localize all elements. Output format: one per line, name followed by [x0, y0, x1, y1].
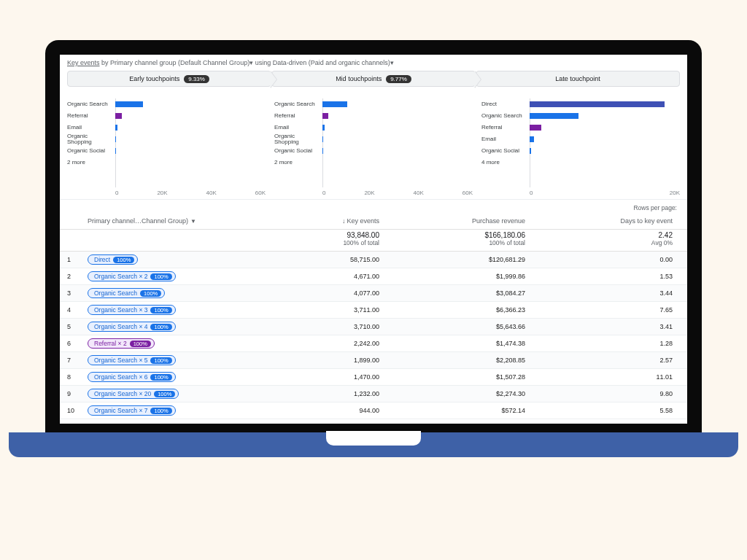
chip-label: Organic Search × 5: [94, 357, 147, 364]
chart-bar-row: Organic Search: [67, 98, 266, 110]
attribution-table: Primary channel…Channel Group)▼ ↓ Key ev…: [60, 213, 687, 419]
axis-tick: 0: [530, 190, 533, 196]
chart-bar-label: Organic Social: [274, 148, 320, 154]
touchpoint-tab[interactable]: Late touchpoint: [476, 71, 680, 87]
row-revenue: $120,681.29: [379, 256, 525, 263]
row-channel: Organic Search100%: [88, 288, 263, 298]
laptop-bezel: Key events by Primary channel group (Def…: [45, 40, 702, 432]
chart-bar-label: Organic Search: [274, 101, 320, 107]
header-rest: by Primary channel group (Default Channe…: [100, 59, 394, 66]
chart-more[interactable]: 4 more: [481, 160, 527, 166]
header-keyevents[interactable]: Key events: [67, 59, 100, 66]
col-key-events[interactable]: ↓ Key events: [263, 217, 379, 225]
bar-chart: Organic SearchReferralEmailOrganic Shopp…: [64, 98, 268, 199]
chart-bar: [322, 113, 328, 119]
channel-chip[interactable]: Organic Search × 20100%: [88, 389, 179, 399]
chart-bar-row: Email: [481, 133, 680, 145]
row-days: 11.01: [525, 373, 680, 381]
chart-bar: [322, 101, 347, 107]
chip-badge: 100%: [150, 273, 171, 280]
table-row[interactable]: 8Organic Search × 6100%1,470.00$1,507.28…: [60, 369, 687, 386]
tab-percent-badge: 9.77%: [386, 75, 411, 83]
axis-tick: 20K: [364, 190, 374, 196]
row-key-events: 2,242.00: [263, 340, 379, 347]
chart-bar: [322, 136, 323, 142]
chart-bar-label: Referral: [67, 113, 112, 119]
chart-bar-label: Organic Shopping: [67, 133, 112, 145]
chart-more[interactable]: 2 more: [274, 160, 320, 166]
touchpoint-tab[interactable]: Mid touchpoints9.77%: [271, 71, 476, 87]
chart-bar-label: Organic Search: [481, 113, 527, 119]
arrow-down-icon: ↓: [342, 217, 346, 225]
table-row[interactable]: 2Organic Search × 2100%4,671.00$1,999.86…: [60, 268, 687, 285]
chip-badge: 100%: [140, 290, 161, 297]
col-purchase-revenue[interactable]: Purchase revenue: [379, 217, 525, 225]
summary-days: 2.42: [525, 231, 673, 239]
row-revenue: $2,208.85: [379, 357, 525, 364]
chart-bar-label: Email: [274, 125, 320, 131]
table-body: 1Direct100%58,715.00$120,681.290.002Orga…: [60, 252, 687, 419]
chart-bar: [322, 125, 325, 131]
channel-chip[interactable]: Organic Search × 5100%: [88, 355, 176, 365]
chip-badge: 100%: [130, 341, 151, 347]
row-revenue: $1,507.28: [379, 373, 525, 381]
chart-axis: 020K: [530, 190, 680, 196]
col-index: [67, 217, 88, 225]
chart-bar-row: Organic Social: [274, 145, 473, 157]
channel-chip[interactable]: Organic Search × 7100%: [88, 405, 176, 416]
summary-revenue: $166,180.06: [379, 231, 525, 239]
row-channel: Organic Search × 6100%: [88, 372, 263, 382]
tab-label: Late touchpoint: [555, 75, 600, 82]
chart-bar-row: Referral: [481, 122, 680, 133]
chart-bar-row: Organic Social: [67, 145, 266, 157]
rows-per-page[interactable]: Rows per page:: [60, 199, 687, 213]
chip-badge: 100%: [150, 374, 171, 381]
tab-label: Early touchpoints: [129, 75, 179, 82]
row-index: 7: [67, 357, 88, 364]
chip-label: Organic Search × 20: [94, 390, 151, 397]
channel-chip[interactable]: Organic Search × 4100%: [88, 322, 176, 332]
row-days: 1.53: [525, 273, 680, 280]
chart-more[interactable]: 2 more: [67, 160, 112, 166]
col-days[interactable]: Days to key event: [525, 217, 680, 225]
table-row[interactable]: 6Referral × 2100%2,242.00$1,474.381.28: [60, 335, 687, 352]
row-channel: Organic Search × 4100%: [88, 322, 263, 332]
report-header: Key events by Primary channel group (Def…: [60, 55, 687, 71]
channel-chip[interactable]: Direct100%: [88, 254, 138, 265]
table-row[interactable]: 10Organic Search × 7100%944.00$572.145.5…: [60, 402, 687, 419]
channel-chip[interactable]: Organic Search100%: [88, 288, 165, 298]
table-row[interactable]: 9Organic Search × 20100%1,232.00$2,274.3…: [60, 386, 687, 402]
row-channel: Organic Search × 2100%: [88, 271, 263, 281]
axis-tick: 40K: [414, 190, 424, 196]
row-key-events: 944.00: [263, 407, 379, 414]
channel-chip[interactable]: Referral × 2100%: [88, 338, 155, 349]
laptop-notch: [326, 431, 421, 446]
row-index: 4: [67, 306, 88, 314]
row-key-events: 58,715.00: [263, 256, 379, 263]
row-index: 6: [67, 340, 88, 347]
chart-bar-row: Direct: [481, 98, 680, 110]
touchpoint-tab[interactable]: Early touchpoints9.33%: [67, 71, 271, 87]
chart-bar: [115, 125, 117, 131]
row-revenue: $5,643.66: [379, 323, 525, 330]
channel-chip[interactable]: Organic Search × 2100%: [88, 271, 176, 281]
row-key-events: 4,077.00: [263, 289, 379, 297]
summary-days-sub: Avg 0%: [651, 239, 673, 246]
channel-chip[interactable]: Organic Search × 3100%: [88, 305, 176, 315]
chip-label: Organic Search × 6: [94, 373, 147, 381]
row-key-events: 1,232.00: [263, 390, 379, 397]
chart-bar-row: Organic Shopping: [274, 133, 473, 145]
axis-tick: 20K: [157, 190, 167, 196]
table-row[interactable]: 3Organic Search100%4,077.00$3,084.273.44: [60, 285, 687, 302]
laptop-mockup: Key events by Primary channel group (Def…: [45, 40, 702, 432]
table-row[interactable]: 1Direct100%58,715.00$120,681.290.00: [60, 252, 687, 268]
col-channel[interactable]: Primary channel…Channel Group)▼: [88, 217, 263, 225]
channel-chip[interactable]: Organic Search × 6100%: [88, 372, 176, 382]
chip-badge: 100%: [150, 307, 171, 314]
chart-bar-row: Organic Search: [481, 110, 680, 122]
row-days: 2.57: [525, 357, 680, 364]
table-row[interactable]: 4Organic Search × 3100%3,711.00$6,366.23…: [60, 302, 687, 319]
table-row[interactable]: 5Organic Search × 4100%3,710.00$5,643.66…: [60, 319, 687, 335]
table-row[interactable]: 7Organic Search × 5100%1,899.00$2,208.85…: [60, 352, 687, 369]
row-days: 0.00: [525, 256, 680, 263]
